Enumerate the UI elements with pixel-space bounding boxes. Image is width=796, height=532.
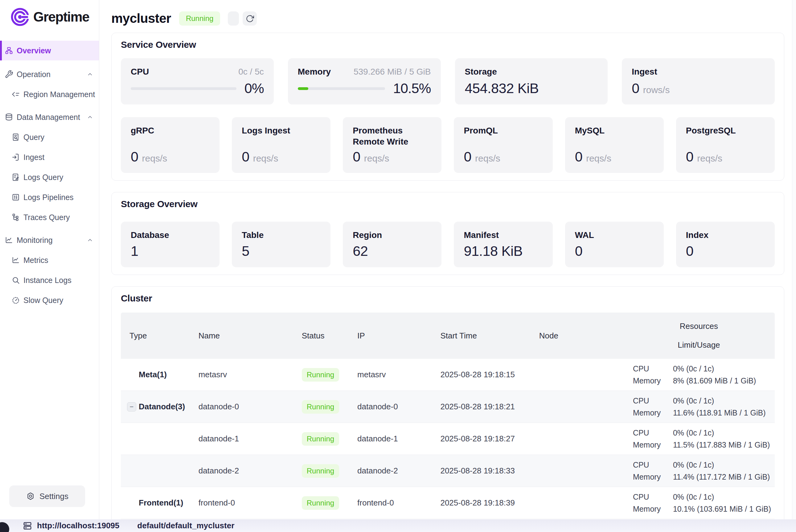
storage-label: Storage	[465, 66, 497, 77]
sidebar-group-data-management[interactable]: Data Management	[0, 108, 99, 126]
rate-unit: reqs/s	[253, 153, 278, 164]
resources-header-label: Resources	[623, 322, 775, 331]
sidebar-item-logs-query[interactable]: Logs Query	[0, 168, 99, 186]
status-badge: Running	[302, 496, 339, 510]
cpu-res-value: 0% (0c / 1c)	[673, 493, 714, 501]
cpu-percent: 0%	[245, 80, 264, 96]
sidebar-item-instance-logs[interactable]: Instance Logs	[0, 271, 99, 289]
rate-label: MySQL	[575, 125, 654, 136]
settings-button[interactable]: Settings	[9, 486, 85, 507]
sidebar-group-label: Operation	[17, 70, 51, 79]
row-ip: datanode-0	[354, 402, 437, 412]
cpu-res-value: 0% (0c / 1c)	[673, 460, 714, 470]
sidebar-item-label: Logs Query	[23, 173, 63, 182]
table-card: Table 5	[232, 222, 330, 267]
sidebar-item-overview[interactable]: Overview	[0, 41, 99, 60]
mysql-card: MySQL 0 reqs/s	[565, 117, 664, 173]
storage-overview-panel: Storage Overview Database 1 Table 5 Regi…	[111, 192, 784, 275]
row-type: Meta(1)	[139, 370, 167, 379]
collapse-datanode-button[interactable]: −	[127, 402, 136, 412]
chevron-up-icon	[87, 237, 93, 244]
scrollbar[interactable]	[792, 0, 796, 519]
refresh-button[interactable]	[243, 12, 257, 25]
storage-card-label: Manifest	[464, 230, 543, 241]
sidebar-item-label: Traces Query	[23, 213, 70, 222]
search-icon	[12, 276, 20, 285]
sidebar-item-label: Instance Logs	[23, 276, 72, 285]
memory-progress-fill	[298, 87, 308, 90]
chevron-up-icon	[87, 71, 93, 78]
rate-label: Prometheus Remote Write	[353, 125, 432, 148]
sidebar-item-query[interactable]: Query	[0, 128, 99, 146]
cpu-res-label: CPU	[633, 460, 673, 470]
table-row-datanode-0: − Datanode(3) datanode-0 Running datanod…	[121, 391, 775, 423]
region-card: Region 62	[343, 222, 441, 267]
section-title-storage-overview: Storage Overview	[121, 199, 775, 209]
rate-value: 0	[353, 149, 360, 165]
brand-name: Greptime	[33, 9, 89, 25]
page-title: mycluster	[111, 11, 171, 26]
rate-unit: reqs/s	[142, 153, 167, 164]
memory-card: Memory 539.266 MiB / 5 GiB 10.5%	[288, 58, 441, 104]
sidebar-group-operation[interactable]: Operation	[0, 65, 99, 83]
service-overview-panel: Service Overview CPU 0c / 5c 0% Memory 5…	[111, 33, 784, 180]
cpu-label: CPU	[131, 66, 149, 77]
sidebar-item-label: Query	[23, 133, 44, 142]
memory-res-value: 11.5% (117.883 MiB / 1 GiB)	[673, 440, 770, 450]
sidebar-item-traces-query[interactable]: Traces Query	[0, 208, 99, 226]
cluster-action-button[interactable]	[228, 12, 239, 25]
sidebar-item-region-management[interactable]: Region Management	[0, 86, 99, 103]
table-row-metasrv: Meta(1) metasrv Running metasrv 2025-08-…	[121, 359, 775, 391]
table-row-datanode-1: datanode-1 Running datanode-1 2025-08-28…	[121, 423, 775, 455]
cpu-res-value: 0% (0c / 1c)	[673, 429, 714, 437]
ingest-card: Ingest 0 rows/s	[622, 58, 775, 104]
storage-value: 454.832 KiB	[465, 80, 598, 96]
storage-card-label: Region	[353, 230, 432, 241]
sidebar-item-ingest[interactable]: Ingest	[0, 148, 99, 166]
memory-res-value: 11.6% (118.91 MiB / 1 GiB)	[673, 408, 766, 417]
rate-value: 0	[464, 149, 471, 165]
section-title-service-overview: Service Overview	[121, 40, 775, 50]
sidebar-item-logs-pipelines[interactable]: Logs Pipelines	[0, 188, 99, 206]
sidebar-item-slow-query[interactable]: Slow Query	[0, 291, 99, 309]
sidebar-item-label: Metrics	[23, 256, 49, 265]
sidebar-item-metrics[interactable]: Metrics	[0, 251, 99, 269]
row-resources: CPU0% (0c / 1c) Memory11.6% (118.91 MiB …	[623, 396, 775, 417]
postgresql-card: PostgreSQL 0 reqs/s	[676, 117, 775, 173]
table-row-datanode-2: datanode-2 Running datanode-2 2025-08-28…	[121, 455, 775, 487]
rate-unit: reqs/s	[586, 153, 611, 164]
wal-card: WAL 0	[565, 222, 664, 267]
overview-icon	[5, 46, 13, 55]
server-icon	[23, 521, 32, 530]
sidebar-group-monitoring[interactable]: Monitoring	[0, 231, 99, 249]
memory-res-value: 11.4% (117.172 MiB / 1 GiB)	[673, 473, 770, 481]
status-badge: Running	[302, 400, 339, 414]
sidebar: Greptime Overview Operation	[0, 0, 99, 519]
limit-usage-header-label: Limit/Usage	[623, 340, 775, 350]
memory-res-label: Memory	[633, 376, 673, 385]
ingest-value: 0	[632, 80, 639, 96]
logs-ingest-card: Logs Ingest 0 reqs/s	[232, 117, 330, 173]
service-rate-cards: gRPC 0 reqs/s Logs Ingest 0 reqs/s Prome…	[121, 117, 775, 173]
cpu-res-label: CPU	[633, 429, 673, 437]
column-header-start-time: Start Time	[437, 331, 535, 341]
table-row-frontend-0: Frontend(1) frontend-0 Running frontend-…	[121, 487, 775, 519]
row-resources: CPU0% (0c / 1c) Memory11.5% (117.883 MiB…	[623, 429, 775, 450]
storage-card-value: 5	[242, 243, 321, 259]
row-name: frontend-0	[195, 498, 298, 508]
cpu-res-label: CPU	[633, 493, 673, 501]
column-header-ip: IP	[354, 331, 437, 341]
memory-percent: 10.5%	[393, 80, 431, 96]
cluster-table-header: Type Name Status IP Start Time Node Reso…	[121, 312, 775, 359]
memory-res-label: Memory	[633, 440, 673, 450]
column-header-name: Name	[195, 331, 298, 341]
file-edit-icon	[12, 173, 20, 182]
region-management-icon	[12, 90, 20, 99]
corner-avatar	[0, 522, 9, 532]
rate-value: 0	[686, 149, 694, 165]
sidebar-group-label: Data Management	[17, 113, 80, 122]
storage-card-label: Table	[242, 230, 321, 241]
storage-card-value: 62	[353, 243, 432, 259]
storage-card-value: 0	[575, 243, 654, 259]
ingest-icon	[12, 153, 20, 162]
